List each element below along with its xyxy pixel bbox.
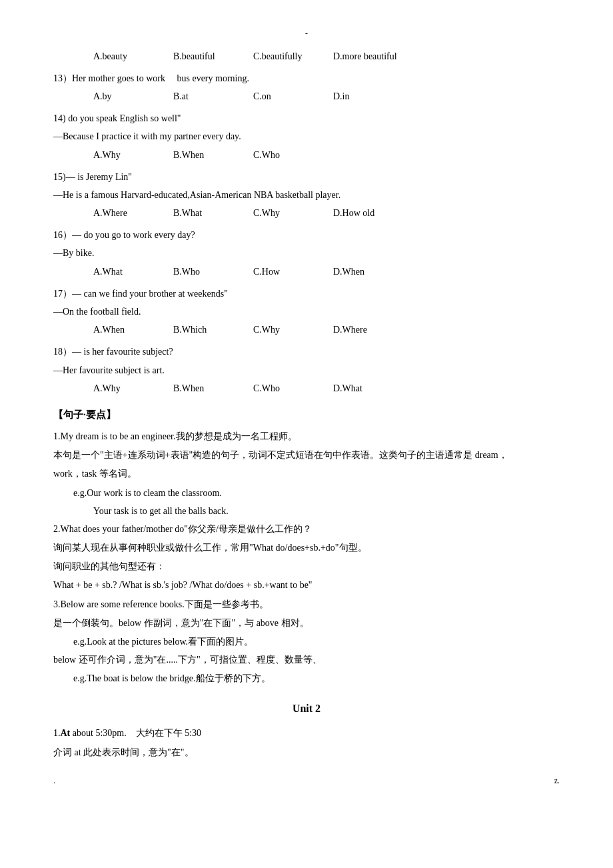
kp3-main: 3.Below are some reference books.下面是一些参考… <box>53 596 560 613</box>
kp1-note: 本句是一个"主语+连系动词+表语"构造的句子，动词不定式短语在句中作表语。这类句… <box>53 447 560 463</box>
key-points-title: 【句子·要点】 <box>53 406 560 424</box>
question-16-options: A.What B.Who C.How D.When <box>93 263 560 280</box>
question-18-options: A.Why B.When C.Who D.What <box>93 380 560 397</box>
page-top-separator: - <box>53 27 560 41</box>
unit2-point-1: 1.At about 5:30pm. 大约在下午 5:30 介词 at 此处表示… <box>53 725 560 760</box>
question-15-text: 15)— is Jeremy Lin" <box>53 169 560 185</box>
kp3-eg2: e.g.The boat is below the bridge.船位于桥的下方… <box>73 670 560 687</box>
question-18: 18）— is her favourite subject? —Her favo… <box>53 343 560 397</box>
question-15-options: A.Where B.What C.Why D.How old <box>93 205 560 221</box>
option-more-beautiful: D.more beautiful <box>333 48 397 65</box>
question-17-dialog: —On the football field. <box>53 303 560 320</box>
u2p1-note: 介词 at 此处表示时间，意为"在"。 <box>53 744 560 761</box>
kp3-note2: below 还可作介词，意为"在.....下方"，可指位置、程度、数量等、 <box>53 651 560 668</box>
question-16-text: 16）— do you go to work every day? <box>53 227 560 243</box>
option-beautiful: B.beautiful <box>173 48 227 65</box>
question-15: 15)— is Jeremy Lin" —He is a famous Harv… <box>53 169 560 222</box>
question-14: 14) do you speak English so well" —Becau… <box>53 110 560 163</box>
page-footer-right: z. <box>554 774 560 789</box>
kp1-main: 1.My dream is to be an engineer.我的梦想是成为一… <box>53 428 560 445</box>
question-13-options: A.by B.at C.on D.in <box>93 88 560 105</box>
question-16: 16）— do you go to work every day? —By bi… <box>53 227 560 280</box>
question-14-dialog: —Because I practice it with my partner e… <box>53 128 560 145</box>
kp2-note3: What + be + sb.? /What is sb.'s job? /Wh… <box>53 577 560 593</box>
kp3-eg1: e.g.Look at the pictures below.看下面的图片。 <box>73 633 560 650</box>
page-footer: . z. <box>53 774 560 789</box>
question-13-text: 13）Her mother goes to work bus every mor… <box>53 70 560 87</box>
option-beauty: A.beauty <box>93 48 147 65</box>
key-point-2: 2.What does your father/mother do"你父亲/母亲… <box>53 521 560 594</box>
question-14-text: 14) do you speak English so well" <box>53 110 560 127</box>
question-14-options: A.Why B.When C.Who <box>93 147 560 163</box>
u2p1-main: 1.At about 5:30pm. 大约在下午 5:30 <box>53 725 560 741</box>
option-beautifully: C.beautifully <box>253 48 306 65</box>
key-points-section: 【句子·要点】 1.My dream is to be an engineer.… <box>53 406 560 687</box>
unit2-title: Unit 2 <box>53 699 560 719</box>
question-15-dialog: —He is a famous Harvard-educated,Asian-A… <box>53 187 560 203</box>
question-16-dialog: —By bike. <box>53 245 560 261</box>
question-13: 13）Her mother goes to work bus every mor… <box>53 70 560 105</box>
kp2-note1: 询问某人现在从事何种职业或做什么工作，常用"What do/does+sb.+d… <box>53 539 560 556</box>
kp1-note2: work，task 等名词。 <box>53 465 560 482</box>
kp2-main: 2.What does your father/mother do"你父亲/母亲… <box>53 521 560 537</box>
page-footer-left: . <box>53 774 55 789</box>
kp2-note2: 询问职业的其他句型还有： <box>53 558 560 575</box>
key-point-1: 1.My dream is to be an engineer.我的梦想是成为一… <box>53 428 560 519</box>
question-17-options: A.When B.Which C.Why D.Where <box>93 321 560 338</box>
question-17-text: 17）— can we find your brother at weekend… <box>53 285 560 302</box>
prev-options-line: A.beauty B.beautiful C.beautifully D.mor… <box>93 48 560 65</box>
key-point-3: 3.Below are some reference books.下面是一些参考… <box>53 596 560 687</box>
kp3-note1: 是一个倒装句。below 作副词，意为"在下面"，与 above 相对。 <box>53 615 560 631</box>
kp1-eg2: Your task is to get all the balls back. <box>93 503 560 519</box>
question-18-dialog: —Her favourite subject is art. <box>53 362 560 379</box>
kp1-eg1: e.g.Our work is to cleam the classroom. <box>73 485 560 501</box>
question-17: 17）— can we find your brother at weekend… <box>53 285 560 339</box>
question-18-text: 18）— is her favourite subject? <box>53 343 560 360</box>
